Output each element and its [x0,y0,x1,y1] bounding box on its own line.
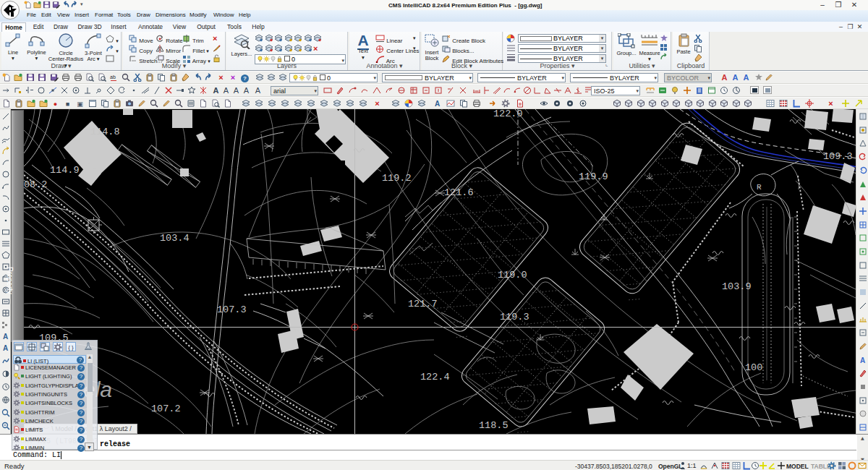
svg-text:114.8: 114.8 [90,127,120,137]
svg-text:ab: ab [110,74,116,80]
svg-text:118.5: 118.5 [479,420,509,431]
svg-text:107.3: 107.3 [217,304,247,315]
svg-text:R: R [757,183,762,192]
svg-text:119.9: 119.9 [579,171,608,182]
svg-text:119.2: 119.2 [382,173,412,184]
svg-text:121.7: 121.7 [408,299,438,309]
svg-text:A: A [3,344,8,352]
svg-text:107.2: 107.2 [151,403,181,414]
svg-text:121.6: 121.6 [444,187,474,198]
svg-text:122.4: 122.4 [420,372,450,383]
svg-text:103.4: 103.4 [160,233,190,244]
svg-text:100: 100 [745,362,762,373]
svg-text:119.0: 119.0 [498,270,527,281]
svg-text:109.3: 109.3 [823,151,853,162]
svg-text:A: A [3,333,8,341]
svg-text:119.3: 119.3 [500,312,529,322]
svg-text:114.9: 114.9 [50,165,80,176]
svg-text:103.9: 103.9 [722,281,752,292]
svg-text:08.2: 08.2 [24,179,47,190]
svg-text:122.0: 122.0 [493,109,523,119]
svg-text:A: A [860,356,865,364]
